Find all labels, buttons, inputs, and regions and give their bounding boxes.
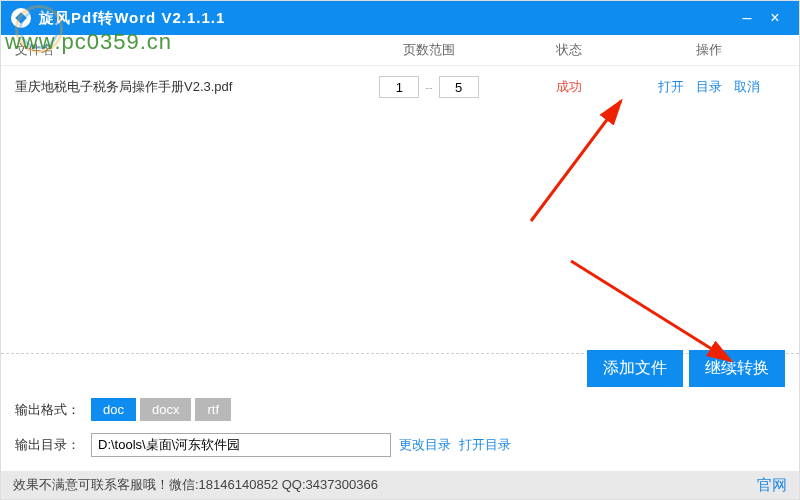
cancel-link[interactable]: 取消 — [734, 78, 760, 96]
minimize-button[interactable]: – — [733, 9, 761, 27]
row-actions: 打开 目录 取消 — [629, 78, 789, 96]
open-dir-link[interactable]: 打开目录 — [459, 436, 511, 454]
page-from-input[interactable] — [379, 76, 419, 98]
format-docx-button[interactable]: docx — [140, 398, 191, 421]
range-separator: -- — [425, 81, 432, 93]
app-logo-icon — [11, 8, 31, 28]
table-header: 文件名 页数范围 状态 操作 — [1, 35, 799, 66]
status-badge: 成功 — [509, 78, 629, 96]
statusbar: 效果不满意可联系客服哦！微信:18146140852 QQ:3437300366… — [1, 471, 799, 499]
titlebar: 旋风Pdf转Word V2.1.1.1 – × — [1, 1, 799, 35]
output-dir-input[interactable] — [91, 433, 391, 457]
header-filename: 文件名 — [11, 41, 349, 59]
close-button[interactable]: × — [761, 9, 789, 27]
change-dir-link[interactable]: 更改目录 — [399, 436, 451, 454]
svg-line-1 — [571, 261, 731, 361]
svg-line-0 — [531, 101, 621, 221]
status-text: 效果不满意可联系客服哦！微信:18146140852 QQ:3437300366 — [13, 476, 378, 494]
continue-convert-button[interactable]: 继续转换 — [689, 350, 785, 387]
page-range: -- — [349, 76, 509, 98]
header-ops: 操作 — [629, 41, 789, 59]
format-doc-button[interactable]: doc — [91, 398, 136, 421]
dir-link[interactable]: 目录 — [696, 78, 722, 96]
page-to-input[interactable] — [439, 76, 479, 98]
add-file-button[interactable]: 添加文件 — [587, 350, 683, 387]
official-site-link[interactable]: 官网 — [757, 476, 787, 495]
format-row: 输出格式： doc docx rtf — [15, 398, 785, 421]
file-name: 重庆地税电子税务局操作手册V2.3.pdf — [11, 78, 349, 96]
bottom-panel: 添加文件 继续转换 输出格式： doc docx rtf 输出目录： 更改目录 … — [1, 353, 799, 471]
app-title: 旋风Pdf转Word V2.1.1.1 — [39, 9, 225, 28]
format-rtf-button[interactable]: rtf — [195, 398, 231, 421]
header-status: 状态 — [509, 41, 629, 59]
open-link[interactable]: 打开 — [658, 78, 684, 96]
header-range: 页数范围 — [349, 41, 509, 59]
table-row: 重庆地税电子税务局操作手册V2.3.pdf -- 成功 打开 目录 取消 — [1, 66, 799, 108]
format-label: 输出格式： — [15, 401, 91, 419]
output-dir-label: 输出目录： — [15, 436, 91, 454]
output-dir-row: 输出目录： 更改目录 打开目录 — [15, 433, 785, 457]
action-buttons: 添加文件 继续转换 — [587, 350, 785, 387]
annotation-arrow-icon — [511, 91, 661, 231]
